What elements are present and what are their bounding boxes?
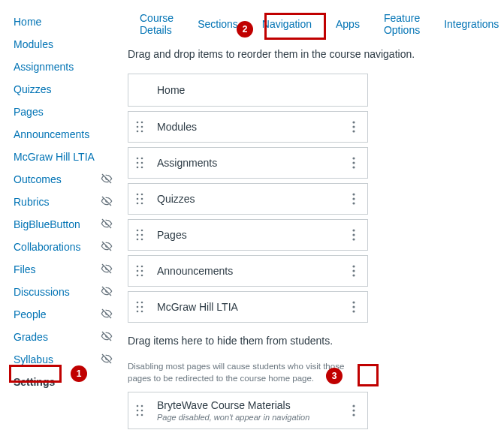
tab-feature-options[interactable]: Feature Options — [372, 11, 432, 38]
svg-point-33 — [352, 229, 355, 231]
svg-point-31 — [137, 239, 139, 241]
svg-point-62 — [352, 414, 355, 416]
svg-point-41 — [141, 275, 143, 277]
svg-point-15 — [352, 157, 355, 159]
nav-item-subtitle: Page disabled, won't appear in navigatio… — [157, 413, 349, 422]
tab-apps[interactable]: Apps — [324, 11, 372, 38]
drag-handle-icon[interactable] — [136, 157, 145, 169]
sidebar-item-label: Files — [14, 263, 36, 275]
nav-item-text: Pages — [157, 229, 349, 241]
sidebar-item-grades[interactable]: Grades — [14, 326, 128, 348]
hidden-eye-icon — [101, 263, 113, 277]
svg-point-8 — [352, 130, 355, 132]
sidebar-item-mcgraw-hill-ltia[interactable]: McGraw Hill LTIA — [14, 146, 128, 168]
svg-point-6 — [352, 121, 355, 123]
svg-point-56 — [137, 410, 139, 412]
svg-point-30 — [141, 234, 143, 236]
svg-point-26 — [352, 202, 355, 204]
sidebar-item-label: Assignments — [14, 61, 74, 73]
nav-item-options-icon[interactable] — [349, 401, 360, 419]
svg-point-24 — [352, 193, 355, 195]
svg-point-36 — [137, 266, 139, 268]
drag-handle-icon[interactable] — [136, 121, 145, 133]
sidebar-item-label: Modules — [14, 38, 53, 50]
nav-item-text: McGraw Hill LTIA — [157, 301, 349, 313]
nav-item-title: McGraw Hill LTIA — [157, 301, 349, 313]
nav-item-text: Assignments — [157, 157, 349, 169]
nav-item[interactable]: Announcements — [128, 255, 368, 287]
tab-sections[interactable]: Sections — [186, 11, 250, 38]
nav-item[interactable]: Assignments — [128, 147, 368, 179]
tab-integrations[interactable]: Integrations — [432, 11, 504, 38]
sidebar-item-label: Rubrics — [14, 196, 49, 208]
svg-point-13 — [137, 167, 139, 169]
svg-point-57 — [141, 410, 143, 412]
sidebar-item-syllabus[interactable]: Syllabus — [14, 348, 128, 371]
sidebar-item-people[interactable]: People — [14, 303, 128, 326]
nav-item-text: Announcements — [157, 265, 349, 277]
nav-item-hidden[interactable]: BryteWave Course MaterialsPage disabled,… — [128, 392, 368, 429]
nav-item-text: BryteWave Course MaterialsPage disabled,… — [157, 399, 349, 422]
svg-point-16 — [352, 161, 355, 164]
nav-item-text: Quizzes — [157, 193, 349, 205]
drag-handle-icon[interactable] — [136, 229, 145, 241]
sidebar-item-discussions[interactable]: Discussions — [14, 281, 128, 303]
nav-item[interactable]: McGraw Hill LTIA — [128, 291, 368, 323]
sidebar-item-collaborations[interactable]: Collaborations — [14, 236, 128, 258]
nav-item-options-icon[interactable] — [349, 190, 360, 208]
nav-item-title: Quizzes — [157, 193, 349, 205]
sidebar-item-bigbluebutton[interactable]: BigBlueButton — [14, 213, 128, 236]
nav-item[interactable]: Home — [128, 74, 368, 107]
sidebar-item-rubrics[interactable]: Rubrics — [14, 191, 128, 213]
nav-item-text: Modules — [157, 121, 349, 133]
drag-handle-icon[interactable] — [136, 265, 145, 277]
svg-point-23 — [141, 203, 143, 205]
sidebar-item-home[interactable]: Home — [14, 11, 128, 33]
hidden-hint: Drag items here to hide them from studen… — [128, 335, 504, 347]
sidebar-item-label: Grades — [14, 331, 48, 343]
sidebar-item-modules[interactable]: Modules — [14, 33, 128, 56]
sidebar-item-pages[interactable]: Pages — [14, 101, 128, 123]
sidebar-item-quizzes[interactable]: Quizzes — [14, 78, 128, 101]
hidden-eye-icon — [101, 240, 113, 254]
sidebar-item-label: BigBlueButton — [14, 218, 80, 230]
svg-point-59 — [141, 414, 143, 416]
nav-item-options-icon[interactable] — [349, 262, 360, 280]
sidebar-item-announcements[interactable]: Announcements — [14, 123, 128, 146]
sidebar-item-files[interactable]: Files — [14, 258, 128, 281]
tab-course-details[interactable]: Course Details — [128, 11, 186, 38]
svg-point-3 — [141, 126, 143, 128]
svg-point-20 — [137, 198, 139, 200]
svg-point-0 — [137, 122, 139, 124]
svg-point-11 — [137, 162, 139, 164]
sidebar-item-settings[interactable]: Settings — [14, 371, 128, 393]
nav-item-title: Assignments — [157, 157, 349, 169]
sidebar-item-label: Collaborations — [14, 241, 81, 253]
sidebar-item-label: Syllabus — [14, 353, 53, 365]
nav-item[interactable]: Modules — [128, 111, 368, 143]
sidebar-item-assignments[interactable]: Assignments — [14, 56, 128, 78]
nav-item[interactable]: Pages — [128, 219, 368, 251]
svg-point-46 — [141, 302, 143, 304]
visible-nav-list: HomeModulesAssignmentsQuizzesPagesAnnoun… — [128, 74, 368, 323]
nav-item-options-icon[interactable] — [349, 298, 360, 316]
drag-handle-icon[interactable] — [136, 404, 145, 416]
hidden-eye-icon — [101, 218, 113, 232]
nav-item-options-icon[interactable] — [349, 118, 360, 136]
drag-handle-icon[interactable] — [136, 301, 145, 313]
svg-point-1 — [141, 122, 143, 124]
svg-point-55 — [141, 405, 143, 407]
nav-item-options-icon[interactable] — [349, 226, 360, 244]
sidebar-item-label: Discussions — [14, 286, 70, 298]
nav-item-options-icon[interactable] — [349, 154, 360, 172]
svg-point-43 — [352, 269, 355, 272]
tab-navigation[interactable]: Navigation — [250, 11, 324, 38]
nav-item[interactable]: Quizzes — [128, 183, 368, 215]
sidebar-item-label: Home — [14, 16, 41, 28]
sidebar-item-outcomes[interactable]: Outcomes — [14, 168, 128, 191]
tab-label: Feature Options — [384, 12, 420, 36]
nav-item-title: Pages — [157, 229, 349, 241]
hidden-eye-icon — [101, 330, 113, 344]
svg-point-7 — [352, 125, 355, 128]
drag-handle-icon[interactable] — [136, 193, 145, 205]
